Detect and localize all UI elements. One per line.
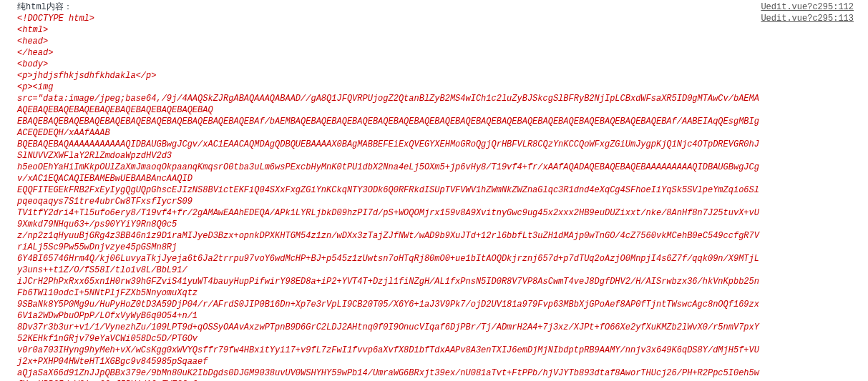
source-link[interactable]: Uedit.vue?c295:113 [761,14,854,24]
source-link[interactable]: Uedit.vue?c295:112 [761,2,854,12]
console-output: 纯html内容： Uedit.vue?c295:112 <!DOCTYPE ht… [0,0,868,381]
html-content-dump: <!DOCTYPE html> <html> <head> </head> <b… [0,13,761,381]
source-link-1[interactable]: Uedit.vue?c295:112 [761,1,868,13]
log-label: 纯html内容： [0,1,761,13]
log-header-row: 纯html内容： Uedit.vue?c295:112 [0,1,868,13]
log-body-row: <!DOCTYPE html> <html> <head> </head> <b… [0,13,868,381]
source-link-2[interactable]: Uedit.vue?c295:113 [761,13,868,24]
